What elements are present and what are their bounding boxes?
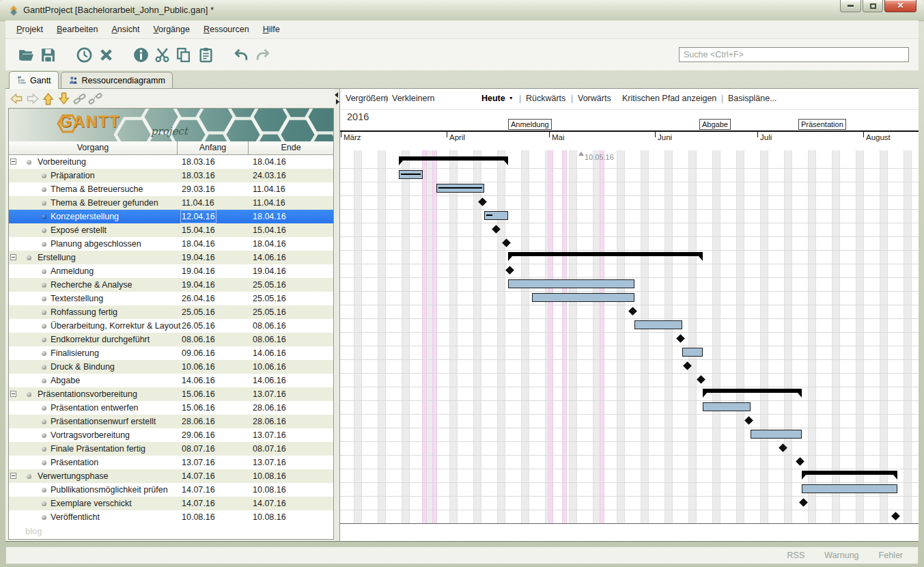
table-row[interactable]: Präsentation entwerfen15.06.1628.06.16	[9, 401, 333, 415]
collapse-toggle[interactable]	[10, 158, 16, 165]
table-row[interactable]: Präsentation13.07.1613.07.16	[9, 456, 333, 469]
move-down-icon[interactable]	[57, 92, 71, 106]
chart-toolbar-forward[interactable]: Vorwärts	[578, 94, 611, 103]
maximize-button[interactable]	[863, 0, 883, 12]
column-header-vorgang[interactable]: Vorgang	[9, 141, 178, 154]
table-row[interactable]: Exposé erstellt15.04.1615.04.16	[9, 223, 333, 237]
collapse-toggle[interactable]	[10, 473, 16, 479]
menu-item-ansicht[interactable]: Ansicht	[104, 22, 146, 37]
table-row[interactable]: Endkorrektur durchgeführt08.06.1608.06.1…	[9, 333, 333, 346]
table-row[interactable]: Erstellung19.04.1614.06.16	[9, 251, 333, 264]
table-row[interactable]: Planung abgeschlossen18.04.1618.04.16	[9, 237, 333, 251]
gantt-milestone[interactable]	[505, 266, 514, 275]
table-row[interactable]: Finalisierung09.06.1614.06.16	[9, 346, 333, 360]
gantt-task-bar[interactable]	[802, 484, 897, 493]
gantt-milestone[interactable]	[744, 416, 753, 425]
open-icon[interactable]	[18, 46, 35, 64]
table-row[interactable]: Thema & Betreuer gefunden11.04.1611.04.1…	[9, 196, 333, 210]
unlink-icon[interactable]	[88, 92, 102, 106]
table-row[interactable]: Abgabe14.06.1614.06.16	[9, 374, 333, 387]
chart-toolbar-today[interactable]: Heute▼	[481, 94, 514, 103]
chart-toolbar-zoom-out[interactable]: Verkleinern	[392, 94, 435, 103]
panel-splitter[interactable]	[335, 89, 339, 541]
info-icon[interactable]	[132, 46, 150, 64]
gantt-task-bar[interactable]	[484, 211, 508, 220]
gantt-summary-bar[interactable]	[508, 252, 703, 256]
gantt-milestone[interactable]	[628, 307, 637, 316]
gantt-task-bar[interactable]	[751, 430, 802, 439]
table-row[interactable]: Konzepterstellung12.04.1618.04.16	[9, 210, 333, 223]
status-rss[interactable]: RSS	[787, 551, 805, 560]
gantt-summary-bar[interactable]	[703, 389, 802, 393]
save-icon[interactable]	[40, 46, 57, 64]
gantt-milestone[interactable]	[697, 375, 705, 384]
status-fehler[interactable]: Fehler	[879, 551, 903, 560]
weekend-band	[664, 150, 673, 523]
minimize-button[interactable]	[840, 0, 861, 12]
chart-toolbar-zoom-in[interactable]: Vergrößern	[346, 94, 389, 103]
table-row[interactable]: Präparation18.03.1624.03.16	[9, 169, 333, 182]
table-row[interactable]: Recherche & Analyse19.04.1625.05.16	[9, 278, 333, 292]
table-row[interactable]: Exemplare verschickt14.07.1614.07.16	[9, 497, 333, 510]
gantt-task-bar[interactable]	[399, 170, 423, 179]
undo-icon[interactable]	[232, 46, 249, 64]
clock-icon[interactable]	[76, 46, 93, 64]
table-row[interactable]: Veröffentlicht10.08.1610.08.16	[9, 510, 333, 524]
menu-item-projekt[interactable]: Projekt	[10, 22, 50, 37]
menu-item-bearbeiten[interactable]: Bearbeiten	[50, 22, 104, 37]
table-row[interactable]: Texterstellung26.04.1625.05.16	[9, 292, 333, 305]
column-header-anfang[interactable]: Anfang	[178, 141, 249, 154]
menu-item-ressourcen[interactable]: Ressourcen	[197, 22, 256, 37]
table-row[interactable]: Präsentationsvorbereitung15.06.1613.07.1…	[9, 387, 333, 401]
table-row[interactable]: Thema & Betreuersuche29.03.1611.04.16	[9, 182, 333, 196]
table-row[interactable]: Finale Präsentation fertig08.07.1608.07.…	[9, 442, 333, 456]
column-header-ende[interactable]: Ende	[249, 141, 333, 154]
gantt-summary-bar[interactable]	[802, 471, 897, 475]
gantt-milestone[interactable]	[891, 512, 900, 521]
table-row[interactable]: Präsentationsenwurf erstellt28.06.1628.0…	[9, 415, 333, 428]
table-row[interactable]: Verwertungsphase14.07.1610.08.16	[9, 469, 333, 483]
gantt-milestone[interactable]	[676, 334, 685, 343]
table-row[interactable]: Publlikationsmöglichkeit prüfen14.07.161…	[9, 483, 333, 497]
chart-toolbar-baselines[interactable]: Basispläne...	[728, 94, 777, 103]
gantt-milestone[interactable]	[799, 498, 808, 507]
collapse-left-icon[interactable]	[335, 92, 338, 98]
tab-gantt[interactable]: Gantt	[9, 71, 59, 89]
tab-ressourcendiagramm[interactable]: Ressourcendiagramm	[61, 72, 173, 88]
table-row[interactable]: Vortragsvorbereitung29.06.1613.07.16	[9, 428, 333, 442]
nav-forward-icon[interactable]	[25, 92, 40, 106]
link-icon[interactable]	[72, 92, 87, 106]
table-row[interactable]: Überarbeitung, Korrektur & Layout26.05.1…	[9, 319, 333, 333]
gantt-milestone[interactable]	[796, 457, 804, 466]
table-row[interactable]: Rohfassung fertig25.05.1625.05.16	[9, 305, 333, 319]
menu-item-vorgänge[interactable]: Vorgänge	[146, 22, 197, 37]
chart-toolbar-backward[interactable]: Rückwärts	[526, 94, 565, 103]
status-warnung[interactable]: Warnung	[824, 551, 858, 560]
chart-toolbar-critical-path[interactable]: Kritischen Pfad anzeigen	[622, 94, 716, 103]
table-row[interactable]: Druck & Bindung10.06.1610.06.16	[9, 360, 333, 374]
gantt-task-bar[interactable]	[508, 279, 634, 288]
gantt-task-bar[interactable]	[703, 402, 751, 411]
collapse-toggle[interactable]	[10, 254, 16, 260]
cut-icon[interactable]	[154, 46, 171, 64]
search-input[interactable]	[679, 47, 909, 62]
move-up-icon[interactable]	[41, 92, 55, 106]
weekend-band	[354, 150, 362, 523]
nav-back-icon[interactable]	[10, 92, 24, 106]
collapse-toggle[interactable]	[10, 391, 16, 397]
weekend-band	[856, 150, 864, 523]
gantt-summary-bar[interactable]	[399, 156, 508, 161]
gantt-task-bar[interactable]	[682, 348, 703, 357]
redo-icon[interactable]	[255, 46, 272, 64]
copy-icon[interactable]	[175, 46, 192, 64]
delete-icon[interactable]	[98, 46, 115, 64]
table-row[interactable]: Vorbereitung18.03.1618.04.16	[9, 155, 333, 169]
gantt-task-bar[interactable]	[532, 293, 634, 302]
close-button[interactable]: ✕	[884, 0, 916, 12]
gantt-task-bar[interactable]	[634, 320, 682, 329]
task-bullet-icon	[27, 474, 31, 479]
gantt-task-bar[interactable]	[436, 184, 484, 193]
menu-item-hilfe[interactable]: Hilfe	[256, 22, 287, 37]
table-row[interactable]: Anmeldung19.04.1619.04.16	[9, 264, 333, 278]
paste-icon[interactable]	[197, 46, 214, 64]
